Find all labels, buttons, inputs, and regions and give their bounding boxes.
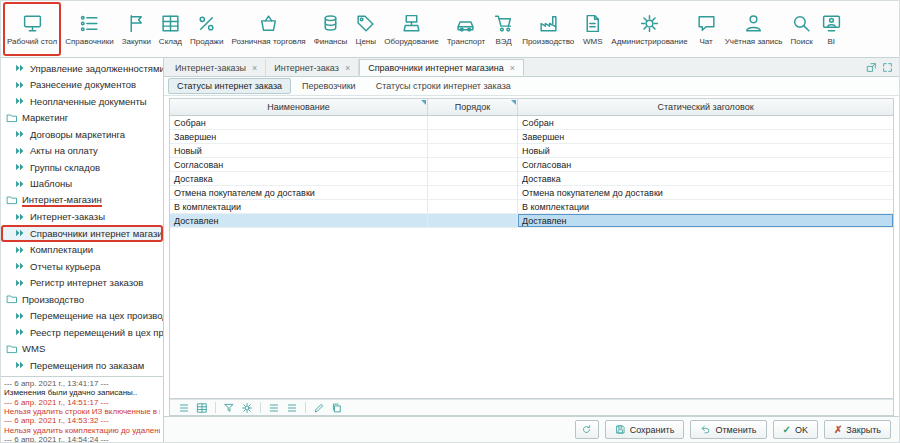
cell-name: Доставка bbox=[170, 172, 428, 185]
ribbon-item-administration[interactable]: Администрирование bbox=[607, 2, 691, 56]
refresh-icon bbox=[581, 424, 592, 435]
sidebar-item-order-transfers[interactable]: Перемещения по заказам bbox=[1, 357, 163, 374]
cell-static-title: Отмена покупателем до доставки bbox=[518, 186, 893, 199]
sidebar-item-courier-reports[interactable]: Отчеты курьера bbox=[1, 258, 163, 275]
column-header-static-title[interactable]: Статический заголовок bbox=[518, 99, 893, 115]
sidebar-folder-marketing[interactable]: Маркетинг bbox=[1, 110, 163, 127]
ribbon-item-chat[interactable]: Чат bbox=[692, 2, 721, 56]
table-row[interactable]: Доставка Доставка bbox=[170, 172, 893, 186]
table-row[interactable]: В комплектации В комплектации bbox=[170, 200, 893, 214]
table-row[interactable]: Завершен Завершен bbox=[170, 130, 893, 144]
tab-internet-order[interactable]: Интернет-заказ × bbox=[266, 59, 359, 76]
ribbon-item-label: Администрирование bbox=[611, 37, 687, 46]
sidebar-item-document-allocation[interactable]: Разнесение документов bbox=[1, 77, 163, 94]
table-settings-button[interactable] bbox=[239, 401, 255, 415]
table-row[interactable]: Новый Новый bbox=[170, 144, 893, 158]
sidebar-item-label: Маркетинг bbox=[22, 112, 68, 123]
sidebar-item-templates[interactable]: Шаблоны bbox=[1, 176, 163, 193]
sidebar-folder-wms[interactable]: WMS bbox=[1, 341, 163, 358]
sidebar-item-label: Комплектации bbox=[30, 244, 93, 255]
filter-button[interactable] bbox=[221, 401, 237, 415]
edit-row-button[interactable] bbox=[311, 401, 327, 415]
list-view-button[interactable] bbox=[176, 401, 192, 415]
sidebar-item-payment-acts[interactable]: Акты на оплату bbox=[1, 143, 163, 160]
sidebar-item-label: Акты на оплату bbox=[30, 145, 98, 156]
ribbon-item-finance[interactable]: Финансы bbox=[310, 2, 352, 56]
ribbon-item-warehouse[interactable]: Склад bbox=[155, 2, 186, 56]
ribbon-item-prices[interactable]: Цены bbox=[351, 2, 380, 56]
table-row-selected[interactable]: Доставлен Доставлен bbox=[170, 214, 893, 228]
subtab-carriers[interactable]: Перевозчики bbox=[293, 78, 365, 94]
close-button[interactable]: ✗ Закрыть bbox=[824, 420, 891, 439]
cancel-button[interactable]: Отменить bbox=[690, 420, 766, 439]
column-header-order[interactable]: Порядок bbox=[428, 99, 518, 115]
sidebar-item-debt-management[interactable]: Управление задолженностями bbox=[1, 60, 163, 77]
cell-name: Собран bbox=[170, 116, 428, 129]
subtab-order-statuses[interactable]: Статусы интернет заказа bbox=[168, 78, 291, 94]
ribbon-item-purchases[interactable]: Закупки bbox=[118, 2, 155, 56]
ribbon-item-desktop[interactable]: Рабочий стол bbox=[3, 2, 61, 56]
ribbon-item-label: WMS bbox=[583, 37, 603, 46]
sidebar-item-warehouse-groups[interactable]: Группы складов bbox=[1, 159, 163, 176]
popout-window-icon[interactable] bbox=[866, 62, 877, 73]
ribbon-item-transport[interactable]: Транспорт bbox=[443, 2, 489, 56]
ribbon-item-bi[interactable]: BI bbox=[817, 2, 846, 56]
sidebar-item-unpaid-documents[interactable]: Неоплаченные документы bbox=[1, 93, 163, 110]
ribbon-item-equipment[interactable]: Оборудование bbox=[380, 2, 442, 56]
filter-funnel-icon bbox=[223, 402, 235, 414]
ribbon-item-production[interactable]: Производство bbox=[518, 2, 578, 56]
ribbon-item-retail[interactable]: Розничная торговля bbox=[227, 2, 309, 56]
refresh-button[interactable] bbox=[575, 420, 599, 439]
tab-internet-shop-directories[interactable]: Справочники интернет магазина × bbox=[359, 59, 524, 76]
ribbon-item-directories[interactable]: Справочники bbox=[61, 2, 117, 56]
sidebar-folder-internet-shop[interactable]: Интернет-магазин bbox=[1, 192, 163, 209]
navigation-tree: Управление задолженностями Разнесение до… bbox=[1, 58, 163, 376]
expand-rows-button[interactable] bbox=[266, 401, 282, 415]
document-icon bbox=[582, 13, 603, 34]
ribbon-item-account[interactable]: Учётная запись bbox=[721, 2, 787, 56]
sidebar-item-internet-orders[interactable]: Интернет-заказы bbox=[1, 209, 163, 226]
sidebar-item-label: Регистр интернет заказов bbox=[30, 277, 143, 288]
folder-icon bbox=[6, 112, 18, 124]
sidebar-item-kitting[interactable]: Комплектации bbox=[1, 242, 163, 259]
copy-row-button[interactable] bbox=[329, 401, 345, 415]
message-log: --- 6 апр. 2021 г., 13:41:17 --- Изменен… bbox=[1, 376, 163, 442]
ribbon-item-label: Закупки bbox=[122, 37, 151, 46]
tab-label: Справочники интернет магазина bbox=[368, 63, 504, 73]
table-row[interactable]: Собран Собран bbox=[170, 116, 893, 130]
table-row[interactable]: Отмена покупателем до доставки Отмена по… bbox=[170, 186, 893, 200]
rows-icon bbox=[286, 402, 298, 414]
tab-close-icon[interactable]: × bbox=[510, 63, 515, 73]
table-view-button[interactable] bbox=[194, 401, 210, 415]
tab-close-icon[interactable]: × bbox=[345, 63, 350, 73]
save-button[interactable]: Сохранить bbox=[605, 420, 685, 439]
table-grid-icon bbox=[196, 402, 208, 414]
pencil-icon bbox=[313, 402, 325, 414]
top-toolbar: Рабочий стол Справочники Закупки Склад П… bbox=[1, 1, 899, 58]
fullscreen-icon[interactable] bbox=[882, 62, 893, 73]
sidebar-item-shop-transfer-register[interactable]: Реестр перемещений в цех производ bbox=[1, 324, 163, 341]
ribbon-item-label: Продажи bbox=[190, 37, 223, 46]
sidebar-item-internet-shop-directories[interactable]: Справочники интернет магазина bbox=[1, 225, 163, 242]
cash-register-icon bbox=[401, 13, 422, 34]
column-header-name[interactable]: Наименование bbox=[170, 99, 428, 115]
sidebar-folder-production[interactable]: Производство bbox=[1, 291, 163, 308]
cell-order bbox=[428, 158, 518, 171]
ok-button[interactable]: ✓ OK bbox=[773, 420, 818, 439]
subtab-bar: Статусы интернет заказа Перевозчики Стат… bbox=[164, 77, 899, 96]
collapse-rows-button[interactable] bbox=[284, 401, 300, 415]
tab-internet-orders[interactable]: Интернет-заказы × bbox=[167, 59, 266, 76]
sidebar-item-marketing-contracts[interactable]: Договоры маркетинга bbox=[1, 126, 163, 143]
sidebar-item-label: Разнесение документов bbox=[30, 79, 136, 90]
sidebar-item-shop-transfer[interactable]: Перемещение на цех производства bbox=[1, 308, 163, 325]
ribbon-item-foreign-trade[interactable]: ВЭД bbox=[489, 2, 518, 56]
ribbon-item-search[interactable]: Поиск bbox=[787, 2, 817, 56]
table-row[interactable]: Согласован Согласован bbox=[170, 158, 893, 172]
tab-close-icon[interactable]: × bbox=[252, 63, 257, 73]
sidebar-item-internet-orders-register[interactable]: Регистр интернет заказов bbox=[1, 275, 163, 292]
ribbon-item-sales[interactable]: Продажи bbox=[186, 2, 227, 56]
ribbon-item-wms[interactable]: WMS bbox=[578, 2, 607, 56]
sidebar-item-label: Перемещения по заказам bbox=[30, 360, 144, 371]
subtab-order-line-statuses[interactable]: Статусы строки интернет заказа bbox=[367, 78, 520, 94]
ribbon-item-label: Рабочий стол bbox=[7, 37, 57, 46]
